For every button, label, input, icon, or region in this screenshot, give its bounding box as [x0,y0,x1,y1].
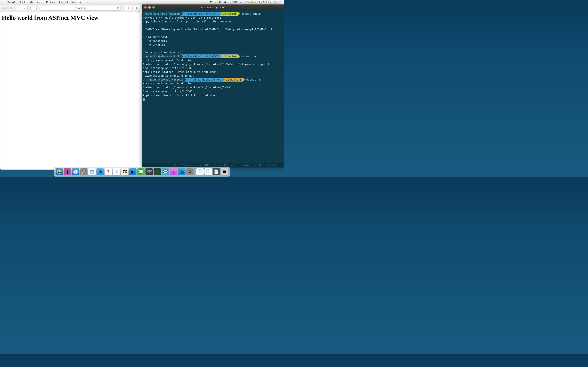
dock-terminal2-icon[interactable]: ⌘ [154,168,161,175]
keyboard-icon[interactable]: ⌨ [233,1,237,4]
share-button[interactable]: ⇪ [125,6,131,10]
close-icon[interactable] [2,7,5,9]
dock-doc-icon[interactable]: 📄 [213,168,220,175]
menubar-app-name[interactable]: iTerm2 [5,1,17,4]
spotlight-icon[interactable]: 🔍 [274,1,277,4]
maximize-icon[interactable] [10,7,12,9]
dock-mail-icon[interactable]: ✉ [96,168,104,175]
git-branch-icon: ⎇ [223,12,226,16]
terminal-line: Copyright (C) Microsoft Corporation. All… [143,20,283,24]
terminal-line [143,24,283,27]
prompt-line: nguyenkha@Khas-MacBook ~/fun/hi-dotnet/3… [143,54,283,58]
menu-shell[interactable]: Shell [17,1,27,4]
terminal-line: 0 Error(s) [143,43,283,47]
new-tab-button[interactable]: + [137,8,142,13]
safari-window: ‹ › ☐ localhost ⟳ ⇪ ⧉ Hello world from A… [0,4,142,170]
dock-chat-icon[interactable]: 💬 [162,168,169,175]
battery-percent: 37% [245,1,250,4]
dock-terminal-icon[interactable]: SE [146,168,153,175]
status-branch: ⎇ master [239,164,251,167]
terminal-line: Microsoft (R) Build Engine version 15.1.… [143,16,283,20]
safari-traffic-lights [2,7,12,9]
terminal-line: 0 Warning(s) [143,39,283,43]
sync-icon[interactable]: ⟳ [219,1,221,4]
dock-safari-icon[interactable]: 🧭 [72,168,79,175]
notifications-icon[interactable]: ☰ [280,1,282,4]
error-icon: ✘ [143,78,145,82]
terminal-line: Application started. Press Ctrl+C to shu… [143,93,283,97]
status-lf: LF [173,164,175,167]
terminal-line: Application started. Press Ctrl+C to shu… [143,70,283,74]
dock-siri-icon[interactable]: ◉ [64,168,71,175]
url-bar[interactable]: localhost ⟳ [40,6,121,11]
prompt-git: ⎇master [220,54,238,58]
back-button[interactable]: ‹ [16,6,22,10]
editor-statusbar: LF ⚠ 3 deprecations UTF-8 GitHub Markdow… [142,163,284,167]
dock-maps-icon[interactable]: 🗺 [121,168,129,175]
dock-finder-icon[interactable]: 😀 [56,168,63,175]
dock-appstore-icon[interactable]: Ⓐ [178,168,186,175]
dock-chrome-icon[interactable]: 🌐 [88,168,96,175]
dock-itunes-icon[interactable]: ♪ [170,168,177,175]
dock-app-icon[interactable]: ▶ [129,168,137,175]
prompt-user: nguyenkha@Khas-MacBook [146,78,185,82]
menu-profiles[interactable]: Profiles [44,1,57,4]
terminal-line: Content root path: /Users/nguyenkha/fun/… [143,85,283,89]
dock-reminders-icon[interactable]: ☑ [113,168,120,175]
dock-doc-icon[interactable]: 📄 [196,168,204,175]
dock-launchpad-icon[interactable]: 🚀 [80,168,87,175]
safari-toolbar: ‹ › ☐ localhost ⟳ ⇪ ⧉ [0,4,142,12]
nav-buttons: ‹ › [16,6,27,10]
battery-status[interactable]: 37% 🔋⚡ [245,1,257,4]
dock-calendar-icon[interactable]: 7 [105,168,112,175]
dock-settings-icon[interactable]: ⚙ [186,168,194,175]
command: dotnet run [242,54,258,58]
prompt-git-dirty: ⎇master ● [223,78,243,82]
bluetooth-icon[interactable]: ✱ [224,1,226,4]
minimize-icon[interactable] [6,7,9,9]
menu-edit[interactable]: Edit [27,1,35,4]
dock: 😀 ◉ 🧭 🚀 🌐 ✉ 7 ☑ 🗺 ▶ 💬 SE ⌘ 💬 ♪ Ⓐ ⚙ 📄 📄 📄… [54,167,230,176]
macos-menubar: iTerm2 Shell Edit View Profiles Toolbelt… [0,0,284,4]
git-branch-icon: ⎇ [223,54,226,58]
display-icon[interactable]: ▭ [228,1,231,4]
cursor-line [143,97,283,101]
iterm-title: 2. dotnet run (dotnet) [142,6,284,9]
status-encoding: UTF-8 [205,164,211,167]
terminal-line: Hosting environment: Production [143,58,283,62]
dropbox-icon[interactable]: ⇪ [214,1,217,4]
status-updates: ⊙ 6 updates [267,164,281,167]
terminal-line: Build succeeded. [143,35,283,39]
terminal-line: Now listening on: http://*:3000 [143,89,283,93]
dock-doc-icon[interactable]: 📄 [205,168,212,175]
terminal-body[interactable]: nguyenkha@Khas-MacBook ~/fun/hi-dotnet/3… [142,10,284,103]
menubar-left: iTerm2 Shell Edit View Profiles Toolbelt… [2,1,92,4]
terminal-line: Time Elapsed 00:00:05.83 [143,50,283,54]
menubar-right: ❤ ⇪ ⟳ ✱ ▭ ⌨ ᯤ 37% 🔋⚡ Fri 9:16 AM 🔍 ☰ [210,1,282,4]
iterm-titlebar: 2. dotnet run (dotnet) [142,4,284,10]
dock-trash-icon[interactable]: 🗑 [221,168,228,175]
dock-separator [195,168,195,175]
run-output: Hosting environment: ProductionContent r… [143,82,283,97]
menu-window[interactable]: Window [70,1,83,4]
prompt-line: ✘ nguyenkha@Khas-MacBook ~/fun/hi-dotnet… [143,78,283,82]
wifi-icon[interactable]: ᯤ [240,1,242,4]
prompt-path: ~/fun/hi-dotnet/3-MVC [181,12,220,16]
terminal-line: Hosting environment: Production [143,82,283,85]
run-output: Hosting environment: ProductionContent r… [143,58,283,78]
clock[interactable]: Fri 9:16 AM [259,1,272,4]
terminal-line: 3-MVC -> /Users/nguyenkha/fun/hi-dotnet/… [143,27,283,31]
menu-view[interactable]: View [35,1,44,4]
terminal-line: ^CApplication is shutting down... [143,74,283,78]
menu-toolbelt[interactable]: Toolbelt [57,1,70,4]
url-text: localhost [75,7,85,9]
reload-icon[interactable]: ⟳ [117,7,119,9]
app-icon[interactable]: ❤ [210,1,212,4]
prompt-line: nguyenkha@Khas-MacBook ~/fun/hi-dotnet/3… [143,12,283,16]
menu-help[interactable]: Help [83,1,92,4]
page-heading: Hello world from ASP.net MVC view [2,14,140,21]
forward-button[interactable]: › [22,6,27,10]
cursor [143,98,145,101]
sidebar-button[interactable]: ☐ [30,6,36,10]
dock-messages-icon[interactable]: 💬 [138,168,145,175]
